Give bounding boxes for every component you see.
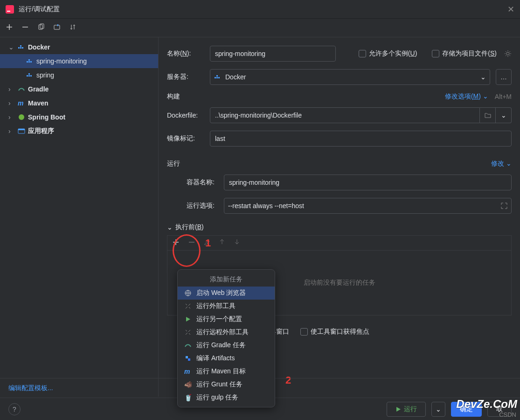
grunt-icon: 🐗	[184, 381, 192, 388]
tree-maven[interactable]: › m Maven	[0, 96, 158, 110]
docker-icon	[18, 44, 25, 50]
artifacts-icon	[184, 355, 192, 362]
popup-maven[interactable]: m运行 Maven 目标	[178, 365, 275, 378]
config-tree: ⌄ Docker spring-monitoring spring › Grad…	[0, 37, 159, 397]
gear-icon[interactable]	[504, 50, 512, 57]
before-label: 执行前(B)	[175, 223, 204, 231]
svg-point-8	[506, 52, 509, 55]
dockerfile-label: Dockerfile:	[167, 112, 204, 119]
down-icon[interactable]	[234, 238, 240, 247]
gulp-icon: 🥤	[184, 394, 192, 401]
popup-gulp[interactable]: 🥤运行 gulp 任务	[178, 391, 275, 404]
popup-external-tool[interactable]: 运行外部工具	[178, 300, 275, 313]
tree-springboot[interactable]: › Spring Boot	[0, 110, 158, 124]
runopts-label: 运行选项:	[176, 202, 218, 210]
tree-docker-label: Docker	[28, 43, 50, 51]
name-label: 名称(N):	[167, 49, 204, 58]
popup-web-browser[interactable]: 启动 Web 浏览器	[178, 287, 275, 300]
add-task-popup: 添加新任务 启动 Web 浏览器 运行外部工具 运行另一个配置 运行远程外部工具…	[177, 269, 275, 407]
maven-icon: m	[184, 368, 192, 375]
allow-multi-checkbox[interactable]: 允许多个实例(U)	[359, 49, 417, 58]
container-input[interactable]	[224, 175, 512, 190]
container-label: 容器名称:	[176, 178, 218, 187]
play-icon	[184, 315, 192, 323]
close-icon[interactable]: ✕	[507, 4, 514, 14]
runopts-field[interactable]	[224, 198, 512, 214]
chevron-down-icon: ⌄	[480, 73, 486, 81]
dockerfile-input[interactable]	[210, 107, 480, 123]
popup-gradle[interactable]: 运行 Gradle 任务	[178, 339, 275, 352]
logo-overlay: DevZe.CoM	[456, 398, 517, 411]
focus-tool-window-checkbox[interactable]: 使工具窗口获得焦点	[300, 328, 369, 336]
popup-remote-tool[interactable]: 运行远程外部工具	[178, 326, 275, 339]
tree-spring-monitoring[interactable]: spring-monitoring	[0, 54, 158, 68]
add-icon[interactable]	[6, 23, 13, 32]
run-dropdown[interactable]: ⌄	[431, 402, 445, 417]
remove-task-icon[interactable]	[188, 238, 195, 247]
svg-rect-1	[7, 11, 10, 12]
svg-point-5	[19, 114, 24, 120]
tree-app[interactable]: › 应用程序	[0, 124, 158, 138]
app-icon	[18, 128, 25, 134]
docker-icon	[26, 72, 34, 78]
globe-icon	[184, 289, 192, 297]
popup-run-config[interactable]: 运行另一个配置	[178, 313, 275, 326]
remove-icon[interactable]	[21, 23, 29, 32]
copy-icon[interactable]	[37, 23, 45, 32]
popup-grunt[interactable]: 🐗运行 Grunt 任务	[178, 378, 275, 391]
edit-templates-link[interactable]: 编辑配置模板...	[8, 384, 53, 392]
image-tag-input[interactable]	[210, 131, 512, 147]
add-task-icon[interactable]	[172, 238, 180, 247]
svg-rect-7	[18, 129, 25, 130]
tools-icon	[184, 329, 192, 336]
modify-run-link[interactable]: 修改 ⌄	[491, 160, 512, 168]
store-project-checkbox[interactable]: 存储为项目文件(S)	[432, 49, 497, 58]
app-icon	[6, 5, 14, 14]
save-template-icon[interactable]	[53, 23, 61, 32]
svg-rect-4	[54, 25, 60, 29]
server-label: 服务器:	[167, 73, 204, 81]
titlebar: 运行/调试配置 ✕	[0, 0, 520, 19]
help-button[interactable]: ?	[8, 403, 21, 415]
window-title: 运行/调试配置	[19, 5, 60, 14]
spring-icon	[18, 113, 25, 121]
sort-icon[interactable]	[69, 23, 76, 32]
folder-icon[interactable]	[480, 107, 496, 123]
annotation-1: 1	[205, 237, 211, 249]
maven-icon: m	[18, 99, 25, 107]
popup-artifacts[interactable]: 编译 Artifacts	[178, 352, 275, 365]
docker-icon	[26, 58, 34, 64]
popup-title: 添加新任务	[178, 273, 275, 287]
before-toolbar	[167, 235, 512, 250]
gradle-icon	[184, 342, 192, 349]
docker-icon	[214, 74, 222, 80]
modify-shortcut: Alt+M	[495, 93, 512, 100]
tools-icon	[184, 302, 192, 310]
name-input[interactable]	[210, 46, 336, 62]
sidebar-toolbar	[0, 19, 520, 37]
svg-rect-0	[6, 5, 14, 14]
modify-options-link[interactable]: 修改选项(M) ⌄	[445, 92, 488, 101]
tree-gradle[interactable]: › Gradle	[0, 82, 158, 96]
build-section-title: 构建	[167, 92, 445, 101]
run-section-title: 运行	[167, 160, 491, 168]
server-more-button[interactable]: …	[496, 69, 512, 85]
dockerfile-dropdown[interactable]: ⌄	[496, 107, 512, 123]
server-select[interactable]: Docker ⌄	[210, 69, 490, 85]
svg-rect-11	[188, 358, 190, 361]
up-icon[interactable]	[219, 238, 225, 247]
image-tag-label: 镜像标记:	[167, 134, 204, 143]
run-button[interactable]: 运行	[387, 402, 426, 417]
runopts-input[interactable]	[228, 202, 501, 210]
svg-rect-10	[186, 356, 188, 358]
expand-icon[interactable]	[501, 203, 507, 209]
chevron-down-icon[interactable]: ⌄	[167, 224, 173, 231]
tree-spring[interactable]: spring	[0, 68, 158, 82]
gradle-icon	[18, 86, 25, 92]
tree-docker[interactable]: ⌄ Docker	[0, 40, 158, 54]
watermark: CSDN	[499, 411, 516, 418]
